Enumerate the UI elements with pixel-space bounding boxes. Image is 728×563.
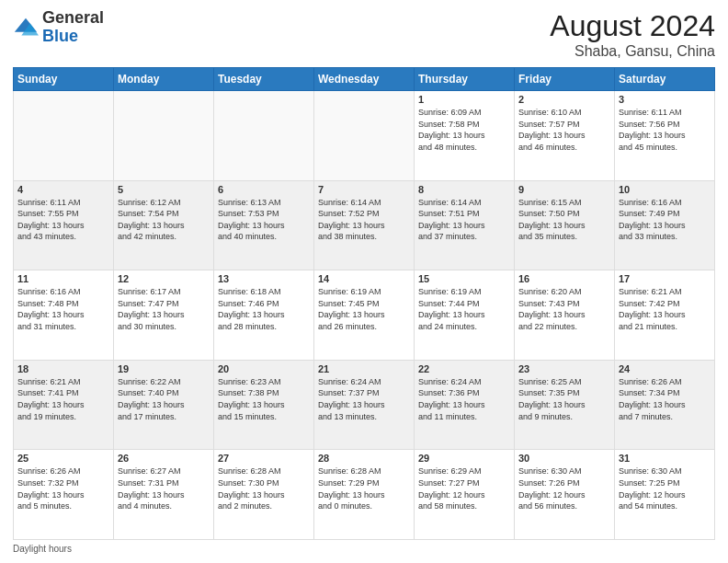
- day-info: Sunrise: 6:09 AM Sunset: 7:58 PM Dayligh…: [418, 107, 510, 153]
- day-number: 29: [418, 453, 510, 464]
- day-info: Sunrise: 6:12 AM Sunset: 7:54 PM Dayligh…: [118, 197, 210, 243]
- day-info: Sunrise: 6:27 AM Sunset: 7:31 PM Dayligh…: [118, 465, 210, 511]
- day-number: 24: [619, 363, 711, 374]
- week-row-3: 11Sunrise: 6:16 AM Sunset: 7:48 PM Dayli…: [14, 270, 715, 361]
- day-number: 25: [17, 453, 109, 464]
- day-info: Sunrise: 6:20 AM Sunset: 7:43 PM Dayligh…: [518, 286, 610, 332]
- day-info: Sunrise: 6:25 AM Sunset: 7:35 PM Dayligh…: [518, 376, 610, 422]
- day-info: Sunrise: 6:17 AM Sunset: 7:47 PM Dayligh…: [118, 286, 210, 332]
- day-info: Sunrise: 6:14 AM Sunset: 7:51 PM Dayligh…: [418, 197, 510, 243]
- calendar-cell: 2Sunrise: 6:10 AM Sunset: 7:57 PM Daylig…: [515, 91, 615, 181]
- calendar-cell: 22Sunrise: 6:24 AM Sunset: 7:36 PM Dayli…: [415, 360, 515, 450]
- day-number: 1: [418, 94, 510, 105]
- logo: General Blue: [13, 9, 104, 46]
- day-info: Sunrise: 6:28 AM Sunset: 7:29 PM Dayligh…: [318, 465, 410, 511]
- calendar-cell: 11Sunrise: 6:16 AM Sunset: 7:48 PM Dayli…: [14, 270, 114, 361]
- calendar-cell: 24Sunrise: 6:26 AM Sunset: 7:34 PM Dayli…: [615, 360, 715, 450]
- title-block: August 2024 Shaba, Gansu, China: [550, 9, 715, 60]
- calendar-cell: 10Sunrise: 6:16 AM Sunset: 7:49 PM Dayli…: [615, 180, 715, 270]
- calendar-cell: 8Sunrise: 6:14 AM Sunset: 7:51 PM Daylig…: [415, 180, 515, 270]
- day-number: 7: [318, 184, 410, 195]
- header-sunday: Sunday: [14, 68, 114, 91]
- day-info: Sunrise: 6:16 AM Sunset: 7:49 PM Dayligh…: [619, 197, 711, 243]
- day-info: Sunrise: 6:29 AM Sunset: 7:27 PM Dayligh…: [418, 465, 510, 511]
- day-number: 21: [318, 363, 410, 374]
- day-number: 28: [318, 453, 410, 464]
- day-info: Sunrise: 6:16 AM Sunset: 7:48 PM Dayligh…: [17, 286, 109, 332]
- header: General Blue August 2024 Shaba, Gansu, C…: [13, 9, 715, 60]
- calendar-cell: 7Sunrise: 6:14 AM Sunset: 7:52 PM Daylig…: [314, 180, 415, 270]
- calendar-cell: 21Sunrise: 6:24 AM Sunset: 7:37 PM Dayli…: [314, 360, 415, 450]
- calendar-cell: 17Sunrise: 6:21 AM Sunset: 7:42 PM Dayli…: [615, 270, 715, 361]
- calendar-cell: 15Sunrise: 6:19 AM Sunset: 7:44 PM Dayli…: [415, 270, 515, 361]
- day-number: 17: [619, 273, 711, 284]
- day-number: 12: [118, 273, 210, 284]
- calendar-cell: 25Sunrise: 6:26 AM Sunset: 7:32 PM Dayli…: [14, 450, 114, 540]
- day-number: 6: [218, 184, 310, 195]
- calendar-cell: 26Sunrise: 6:27 AM Sunset: 7:31 PM Dayli…: [114, 450, 214, 540]
- calendar-cell: 31Sunrise: 6:30 AM Sunset: 7:25 PM Dayli…: [615, 450, 715, 540]
- day-number: 10: [619, 184, 711, 195]
- day-number: 11: [17, 273, 109, 284]
- calendar-cell: 1Sunrise: 6:09 AM Sunset: 7:58 PM Daylig…: [415, 91, 515, 181]
- week-row-1: 1Sunrise: 6:09 AM Sunset: 7:58 PM Daylig…: [14, 91, 715, 181]
- calendar-table: SundayMondayTuesdayWednesdayThursdayFrid…: [13, 67, 715, 540]
- calendar-cell: 9Sunrise: 6:15 AM Sunset: 7:50 PM Daylig…: [515, 180, 615, 270]
- calendar-cell: 4Sunrise: 6:11 AM Sunset: 7:55 PM Daylig…: [14, 180, 114, 270]
- day-info: Sunrise: 6:24 AM Sunset: 7:36 PM Dayligh…: [418, 376, 510, 422]
- calendar-cell: 12Sunrise: 6:17 AM Sunset: 7:47 PM Dayli…: [114, 270, 214, 361]
- page: General Blue August 2024 Shaba, Gansu, C…: [0, 0, 728, 563]
- day-info: Sunrise: 6:30 AM Sunset: 7:25 PM Dayligh…: [619, 465, 711, 511]
- day-info: Sunrise: 6:21 AM Sunset: 7:41 PM Dayligh…: [17, 376, 109, 422]
- header-tuesday: Tuesday: [214, 68, 314, 91]
- day-info: Sunrise: 6:30 AM Sunset: 7:26 PM Dayligh…: [518, 465, 610, 511]
- day-number: 31: [619, 453, 711, 464]
- day-number: 16: [518, 273, 610, 284]
- calendar-cell: 30Sunrise: 6:30 AM Sunset: 7:26 PM Dayli…: [515, 450, 615, 540]
- header-saturday: Saturday: [615, 68, 715, 91]
- location: Shaba, Gansu, China: [550, 43, 715, 60]
- month-year: August 2024: [550, 9, 715, 43]
- calendar-header-row: SundayMondayTuesdayWednesdayThursdayFrid…: [14, 68, 715, 91]
- calendar-cell: 3Sunrise: 6:11 AM Sunset: 7:56 PM Daylig…: [615, 91, 715, 181]
- day-info: Sunrise: 6:24 AM Sunset: 7:37 PM Dayligh…: [318, 376, 410, 422]
- calendar-cell: 29Sunrise: 6:29 AM Sunset: 7:27 PM Dayli…: [415, 450, 515, 540]
- day-info: Sunrise: 6:19 AM Sunset: 7:45 PM Dayligh…: [318, 286, 410, 332]
- day-info: Sunrise: 6:15 AM Sunset: 7:50 PM Dayligh…: [518, 197, 610, 243]
- day-info: Sunrise: 6:14 AM Sunset: 7:52 PM Dayligh…: [318, 197, 410, 243]
- day-info: Sunrise: 6:11 AM Sunset: 7:56 PM Dayligh…: [619, 107, 711, 153]
- calendar-cell: [314, 91, 415, 181]
- day-info: Sunrise: 6:26 AM Sunset: 7:34 PM Dayligh…: [619, 376, 711, 422]
- day-info: Sunrise: 6:22 AM Sunset: 7:40 PM Dayligh…: [118, 376, 210, 422]
- day-info: Sunrise: 6:28 AM Sunset: 7:30 PM Dayligh…: [218, 465, 310, 511]
- day-number: 8: [418, 184, 510, 195]
- header-thursday: Thursday: [415, 68, 515, 91]
- logo-blue-text: Blue: [42, 27, 78, 45]
- day-info: Sunrise: 6:26 AM Sunset: 7:32 PM Dayligh…: [17, 465, 109, 511]
- day-number: 15: [418, 273, 510, 284]
- day-number: 30: [518, 453, 610, 464]
- day-number: 3: [619, 94, 711, 105]
- calendar-cell: [114, 91, 214, 181]
- calendar-cell: 18Sunrise: 6:21 AM Sunset: 7:41 PM Dayli…: [14, 360, 114, 450]
- calendar-cell: 14Sunrise: 6:19 AM Sunset: 7:45 PM Dayli…: [314, 270, 415, 361]
- day-info: Sunrise: 6:21 AM Sunset: 7:42 PM Dayligh…: [619, 286, 711, 332]
- day-number: 26: [118, 453, 210, 464]
- calendar-cell: 16Sunrise: 6:20 AM Sunset: 7:43 PM Dayli…: [515, 270, 615, 361]
- footer-note: Daylight hours: [13, 544, 715, 554]
- day-info: Sunrise: 6:13 AM Sunset: 7:53 PM Dayligh…: [218, 197, 310, 243]
- day-number: 27: [218, 453, 310, 464]
- logo-general-text: General: [42, 8, 104, 27]
- calendar-cell: [14, 91, 114, 181]
- day-number: 18: [17, 363, 109, 374]
- day-info: Sunrise: 6:19 AM Sunset: 7:44 PM Dayligh…: [418, 286, 510, 332]
- calendar-cell: 13Sunrise: 6:18 AM Sunset: 7:46 PM Dayli…: [214, 270, 314, 361]
- week-row-5: 25Sunrise: 6:26 AM Sunset: 7:32 PM Dayli…: [14, 450, 715, 540]
- day-number: 5: [118, 184, 210, 195]
- week-row-2: 4Sunrise: 6:11 AM Sunset: 7:55 PM Daylig…: [14, 180, 715, 270]
- calendar-cell: 5Sunrise: 6:12 AM Sunset: 7:54 PM Daylig…: [114, 180, 214, 270]
- header-wednesday: Wednesday: [314, 68, 415, 91]
- day-info: Sunrise: 6:23 AM Sunset: 7:38 PM Dayligh…: [218, 376, 310, 422]
- day-number: 9: [518, 184, 610, 195]
- day-info: Sunrise: 6:18 AM Sunset: 7:46 PM Dayligh…: [218, 286, 310, 332]
